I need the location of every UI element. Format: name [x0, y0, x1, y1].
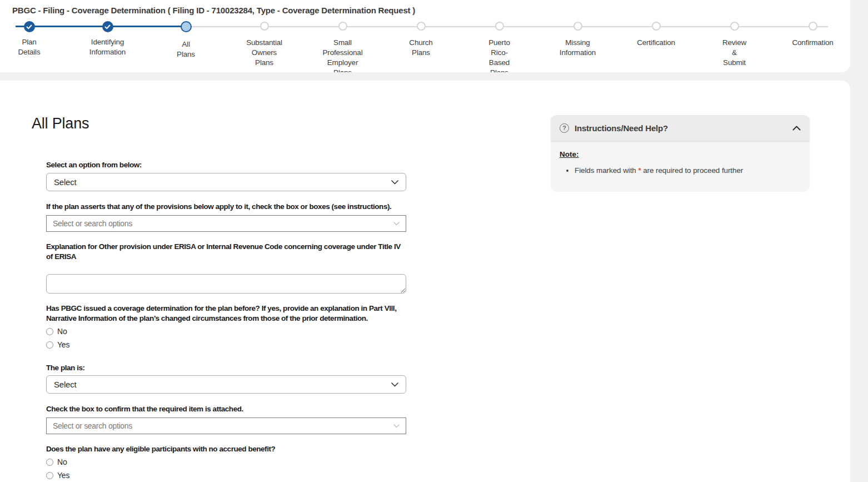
- step-circle: [417, 22, 426, 31]
- note-item: Fields marked with * are required to pro…: [575, 166, 801, 175]
- stepper-step-6: Church Plans: [382, 21, 460, 58]
- help-circle-icon: ?: [560, 123, 569, 133]
- radio-yes-label: Yes: [57, 471, 69, 480]
- prior-determination-label: Has PBGC issued a coverage determination…: [46, 304, 435, 324]
- stepper-step-8: Missing Information: [538, 21, 617, 58]
- radio-no[interactable]: [46, 328, 53, 335]
- stepper-step-7: Puerto Rico- Based Plans: [460, 21, 538, 72]
- option-select[interactable]: Select: [46, 173, 406, 191]
- required-item-placeholder: Select or search options: [53, 421, 132, 430]
- prior-determination-yes-option[interactable]: Yes: [46, 340, 69, 349]
- plan-is-select-value: Select: [54, 380, 77, 389]
- step-label: Small Professional Employer Plans: [303, 38, 382, 72]
- note-label: Note:: [560, 150, 579, 158]
- radio-yes[interactable]: [46, 472, 53, 479]
- check-icon: [104, 24, 111, 29]
- note-list: Fields marked with * are required to pro…: [560, 166, 801, 175]
- chevron-down-icon: [393, 222, 400, 226]
- provisions-label: If the plan asserts that any of the prov…: [46, 202, 435, 212]
- step-active-circle[interactable]: [181, 21, 192, 32]
- stepper-step-2[interactable]: Identifying Information: [68, 21, 147, 57]
- step-label: Substantial Owners Plans: [225, 38, 303, 68]
- radio-no[interactable]: [46, 459, 53, 466]
- instructions-panel-title: Instructions/Need Help?: [575, 123, 668, 133]
- step-circle: [573, 22, 582, 31]
- page-heading: All Plans: [32, 115, 89, 132]
- chevron-down-icon: [391, 382, 398, 387]
- step-label: Church Plans: [382, 38, 460, 58]
- step-label: Review & Submit: [695, 38, 774, 68]
- stepper-step-10: Review & Submit: [695, 21, 774, 68]
- option-select-value: Select: [54, 177, 77, 187]
- stepper-step-9: Certification: [617, 21, 695, 48]
- stepper-step-11: Confirmation: [774, 21, 850, 48]
- step-circle: [495, 22, 504, 31]
- required-item-multiselect[interactable]: Select or search options: [46, 418, 406, 434]
- stepper-step-1[interactable]: Plan Details: [0, 21, 68, 57]
- eligible-participants-no-option[interactable]: No: [46, 458, 67, 466]
- step-circle: [338, 22, 347, 31]
- instructions-panel: ? Instructions/Need Help? Note: Fields m…: [551, 115, 810, 192]
- step-label: All Plans: [147, 39, 225, 59]
- provisions-placeholder: Select or search options: [53, 219, 132, 228]
- plan-is-select[interactable]: Select: [46, 375, 406, 394]
- step-completed-circle[interactable]: [24, 21, 35, 32]
- stepper-step-4: Substantial Owners Plans: [225, 21, 303, 68]
- explanation-textarea[interactable]: [46, 274, 406, 294]
- stepper-step-3[interactable]: All Plans: [147, 21, 225, 59]
- step-label: Identifying Information: [68, 37, 147, 57]
- eligible-participants-yes-option[interactable]: Yes: [46, 471, 69, 480]
- stepper-step-5: Small Professional Employer Plans: [303, 21, 382, 72]
- radio-yes[interactable]: [46, 341, 53, 349]
- radio-no-label: No: [57, 458, 67, 466]
- chevron-up-icon[interactable]: [792, 126, 801, 131]
- prior-determination-no-option[interactable]: No: [46, 327, 67, 336]
- check-icon: [26, 24, 32, 29]
- content-card: All Plans Select an option from below: S…: [0, 81, 850, 482]
- step-label: Puerto Rico- Based Plans: [460, 38, 538, 72]
- eligible-participants-label: Does the plan have any eligible particip…: [46, 444, 435, 454]
- option-select-label: Select an option from below:: [46, 160, 435, 170]
- chevron-down-icon: [393, 424, 400, 428]
- instructions-panel-header[interactable]: ? Instructions/Need Help?: [551, 115, 810, 141]
- step-completed-circle[interactable]: [102, 21, 113, 32]
- step-circle: [652, 22, 661, 31]
- radio-yes-label: Yes: [57, 340, 69, 349]
- page-title: PBGC - Filing - Coverage Determination (…: [12, 6, 415, 15]
- step-circle: [260, 22, 269, 31]
- step-label: Confirmation: [774, 38, 850, 48]
- required-item-label: Check the box to confirm that the requir…: [46, 404, 435, 414]
- radio-no-label: No: [57, 327, 67, 336]
- step-label: Certification: [617, 38, 695, 48]
- step-circle: [809, 22, 817, 31]
- header-card: PBGC - Filing - Coverage Determination (…: [0, 0, 850, 72]
- stepper: Plan DetailsIdentifying InformationAll P…: [0, 21, 850, 72]
- chevron-down-icon: [391, 180, 398, 185]
- step-label: Plan Details: [0, 37, 68, 57]
- instructions-panel-body: Note: Fields marked with * are required …: [551, 141, 810, 175]
- plan-is-label: The plan is:: [46, 363, 435, 373]
- step-circle: [730, 22, 739, 31]
- provisions-multiselect[interactable]: Select or search options: [46, 215, 406, 232]
- step-label: Missing Information: [538, 38, 617, 58]
- explanation-label: Explanation for Other provision under ER…: [46, 242, 435, 262]
